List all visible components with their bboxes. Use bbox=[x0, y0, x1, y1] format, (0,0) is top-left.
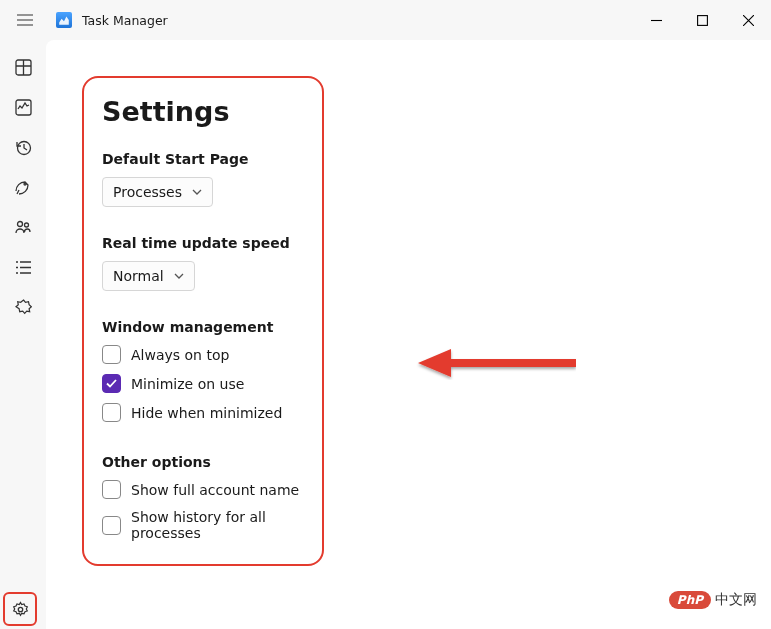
hide-when-min-label: Hide when minimized bbox=[131, 405, 282, 421]
full-account-checkbox[interactable] bbox=[102, 480, 121, 499]
hamburger-menu-button[interactable] bbox=[8, 3, 42, 37]
always-on-top-row: Always on top bbox=[102, 345, 304, 364]
watermark-badge: PhP bbox=[669, 591, 711, 609]
update-speed-select[interactable]: Normal bbox=[102, 261, 195, 291]
startup-icon bbox=[14, 179, 32, 196]
minimize-on-use-label: Minimize on use bbox=[131, 376, 244, 392]
minimize-button[interactable] bbox=[633, 4, 679, 36]
close-button[interactable] bbox=[725, 4, 771, 36]
chevron-down-icon bbox=[174, 273, 184, 279]
always-on-top-checkbox[interactable] bbox=[102, 345, 121, 364]
svg-point-5 bbox=[25, 223, 29, 227]
nav-processes[interactable] bbox=[6, 50, 40, 84]
titlebar: Task Manager bbox=[0, 0, 771, 40]
minimize-on-use-row: Minimize on use bbox=[102, 374, 304, 393]
full-account-row: Show full account name bbox=[102, 480, 304, 499]
hide-when-min-row: Hide when minimized bbox=[102, 403, 304, 422]
performance-icon bbox=[15, 99, 32, 116]
watermark-text: 中文网 bbox=[715, 591, 757, 609]
processes-icon bbox=[15, 59, 32, 76]
settings-heading: Settings bbox=[102, 96, 304, 127]
svg-rect-0 bbox=[697, 15, 707, 25]
maximize-icon bbox=[697, 15, 708, 26]
nav-app-history[interactable] bbox=[6, 130, 40, 164]
nav-details[interactable] bbox=[6, 250, 40, 284]
update-speed-label: Real time update speed bbox=[102, 235, 304, 251]
svg-point-4 bbox=[18, 221, 23, 226]
full-account-label: Show full account name bbox=[131, 482, 299, 498]
update-speed-value: Normal bbox=[113, 268, 164, 284]
chevron-down-icon bbox=[192, 189, 202, 195]
details-icon bbox=[15, 260, 32, 275]
nav-services[interactable] bbox=[6, 290, 40, 324]
show-history-checkbox[interactable] bbox=[102, 516, 121, 535]
app-title: Task Manager bbox=[82, 13, 168, 28]
default-start-select[interactable]: Processes bbox=[102, 177, 213, 207]
svg-point-6 bbox=[18, 607, 22, 611]
users-icon bbox=[14, 219, 32, 236]
watermark: PhP 中文网 bbox=[669, 591, 757, 609]
default-start-label: Default Start Page bbox=[102, 151, 304, 167]
nav-performance[interactable] bbox=[6, 90, 40, 124]
close-icon bbox=[743, 15, 754, 26]
default-start-value: Processes bbox=[113, 184, 182, 200]
hide-when-min-checkbox[interactable] bbox=[102, 403, 121, 422]
sidebar bbox=[0, 40, 46, 629]
annotation-arrow bbox=[416, 346, 576, 380]
maximize-button[interactable] bbox=[679, 4, 725, 36]
main-content: Settings Default Start Page Processes Re… bbox=[46, 40, 771, 629]
services-icon bbox=[15, 299, 32, 316]
window-controls bbox=[633, 4, 771, 36]
gear-icon bbox=[12, 601, 29, 618]
window-mgmt-label: Window management bbox=[102, 319, 304, 335]
always-on-top-label: Always on top bbox=[131, 347, 229, 363]
minimize-icon bbox=[651, 15, 662, 26]
show-history-row: Show history for all processes bbox=[102, 509, 304, 541]
nav-startup[interactable] bbox=[6, 170, 40, 204]
show-history-label: Show history for all processes bbox=[131, 509, 304, 541]
app-icon bbox=[56, 12, 72, 28]
minimize-on-use-checkbox[interactable] bbox=[102, 374, 121, 393]
history-icon bbox=[15, 139, 32, 156]
nav-users[interactable] bbox=[6, 210, 40, 244]
hamburger-icon bbox=[17, 14, 33, 26]
settings-button[interactable] bbox=[3, 592, 37, 626]
settings-panel: Settings Default Start Page Processes Re… bbox=[82, 76, 324, 566]
other-options-label: Other options bbox=[102, 454, 304, 470]
